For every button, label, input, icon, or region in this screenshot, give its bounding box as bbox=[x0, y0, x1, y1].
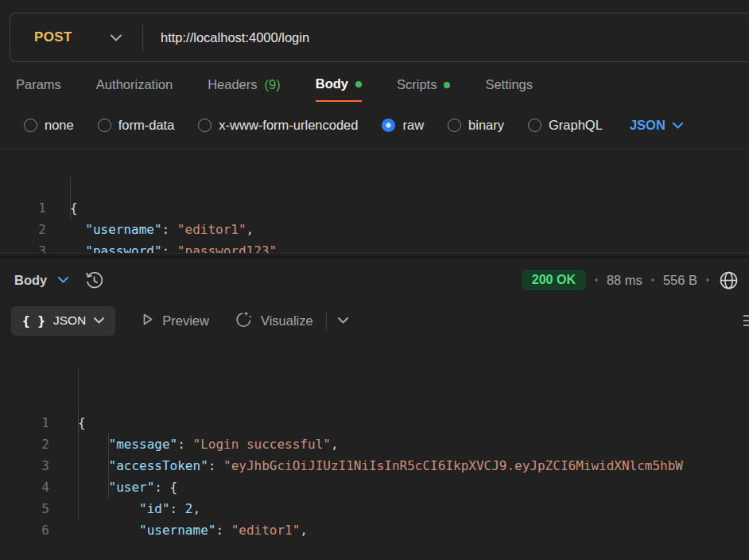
line-number: 3 bbox=[0, 240, 46, 253]
body-type-urlencoded[interactable]: x-www-form-urlencoded bbox=[198, 118, 358, 133]
request-tabs: Params Authorization Headers (9) Body Sc… bbox=[16, 76, 749, 102]
code-text: "id": 2, bbox=[49, 498, 200, 519]
globe-icon[interactable] bbox=[718, 270, 739, 291]
code-line: 1{ bbox=[0, 197, 749, 219]
tab-headers-count: (9) bbox=[265, 77, 281, 92]
preview-button[interactable]: Preview bbox=[141, 313, 209, 329]
url-bar-divider bbox=[142, 23, 143, 52]
response-toolbar: { } JSON Preview Visualize bbox=[0, 300, 749, 341]
tab-body-label: Body bbox=[316, 76, 348, 91]
menu-lines-icon[interactable] bbox=[743, 312, 749, 329]
body-type-none[interactable]: none bbox=[24, 118, 74, 133]
line-number: 5 bbox=[0, 498, 49, 519]
response-format-label: JSON bbox=[53, 313, 86, 328]
tab-scripts-label: Scripts bbox=[397, 77, 437, 92]
indent-guide bbox=[70, 177, 71, 220]
preview-label: Preview bbox=[162, 313, 209, 329]
braces-icon: { } bbox=[22, 313, 45, 329]
code-line: 3 "accessToken": "eyJhbGciOiJIUzI1NiIsIn… bbox=[0, 455, 749, 476]
body-type-binary[interactable]: binary bbox=[448, 118, 504, 133]
url-input[interactable]: http://localhost:4000/login bbox=[161, 30, 309, 45]
response-header: Body 200 OK 88 ms 556 B bbox=[0, 260, 749, 300]
request-url-bar: POST http://localhost:4000/login bbox=[10, 13, 749, 62]
code-line: 6 "username": "editor1", bbox=[0, 519, 749, 541]
separator-dot bbox=[706, 278, 709, 282]
chevron-down-icon bbox=[111, 34, 122, 41]
chevron-down-icon[interactable] bbox=[58, 277, 68, 283]
code-text: "role": "EDITOR" bbox=[49, 541, 262, 545]
response-format-select[interactable]: { } JSON bbox=[11, 306, 115, 336]
tab-settings-label: Settings bbox=[485, 77, 533, 92]
body-type-raw[interactable]: raw bbox=[382, 118, 424, 133]
code-line: 4 "user": { bbox=[0, 476, 749, 498]
line-number: 6 bbox=[0, 519, 49, 541]
body-type-graphql-label: GraphQL bbox=[549, 118, 603, 133]
radio-icon[interactable] bbox=[24, 119, 37, 132]
indent-guide bbox=[78, 369, 79, 519]
code-text: "username": "editor1", bbox=[49, 519, 308, 541]
response-meta: 200 OK 88 ms 556 B bbox=[522, 270, 741, 291]
line-number: 7 bbox=[0, 541, 49, 545]
radio-selected-icon[interactable] bbox=[382, 119, 395, 132]
line-number: 1 bbox=[0, 412, 49, 434]
code-text: "username": "editor1", bbox=[46, 219, 254, 240]
request-body-editor[interactable]: 1{2 "username": "editor1",3 "password": … bbox=[0, 149, 749, 253]
code-line: 1{ bbox=[0, 412, 749, 434]
tab-scripts[interactable]: Scripts bbox=[397, 76, 450, 102]
code-line: 2 "username": "editor1", bbox=[0, 219, 749, 240]
line-number: 2 bbox=[0, 434, 49, 455]
radio-icon[interactable] bbox=[448, 119, 461, 132]
tab-settings[interactable]: Settings bbox=[485, 76, 533, 102]
line-number: 2 bbox=[0, 219, 46, 240]
line-number: 3 bbox=[0, 455, 49, 476]
tab-body-dot-icon bbox=[355, 81, 362, 88]
separator-dot bbox=[595, 278, 598, 282]
body-type-row: none form-data x-www-form-urlencoded raw… bbox=[0, 102, 749, 149]
code-line: 2 "message": "Login successful", bbox=[0, 434, 749, 455]
method-selector[interactable]: POST bbox=[10, 29, 142, 45]
body-type-form-data-label: form-data bbox=[118, 118, 175, 133]
radio-icon[interactable] bbox=[528, 119, 541, 132]
separator-dot bbox=[651, 278, 654, 282]
radio-icon[interactable] bbox=[98, 119, 111, 132]
code-text: "accessToken": "eyJhbGciOiJIUzI1NiIsInR5… bbox=[49, 455, 683, 476]
code-text: "message": "Login successful", bbox=[49, 434, 339, 455]
response-time[interactable]: 88 ms bbox=[607, 273, 642, 288]
radio-icon[interactable] bbox=[198, 119, 212, 132]
play-icon bbox=[141, 313, 154, 329]
code-line: 5 "id": 2, bbox=[0, 498, 749, 519]
method-label: POST bbox=[34, 29, 72, 45]
code-line: 3 "password": "password123" bbox=[0, 240, 749, 253]
tab-body[interactable]: Body bbox=[316, 76, 362, 102]
tab-scripts-dot-icon bbox=[444, 82, 450, 88]
body-type-none-label: none bbox=[45, 118, 74, 133]
raw-language-label: JSON bbox=[630, 118, 666, 133]
code-text: { bbox=[46, 197, 78, 219]
visualize-button[interactable]: Visualize bbox=[235, 310, 313, 332]
tab-authorization-label: Authorization bbox=[96, 77, 173, 92]
section-divider bbox=[0, 253, 749, 260]
tab-params[interactable]: Params bbox=[16, 76, 61, 102]
tab-headers[interactable]: Headers (9) bbox=[208, 76, 281, 102]
tab-authorization[interactable]: Authorization bbox=[96, 76, 173, 102]
visualize-label: Visualize bbox=[261, 313, 313, 329]
response-view-select[interactable]: Body bbox=[14, 273, 47, 288]
sparkle-icon bbox=[235, 310, 253, 332]
code-line: 7 "role": "EDITOR" bbox=[0, 541, 749, 545]
line-number: 4 bbox=[0, 476, 49, 498]
status-badge[interactable]: 200 OK bbox=[522, 270, 586, 290]
body-type-form-data[interactable]: form-data bbox=[98, 118, 175, 133]
chevron-down-icon bbox=[673, 122, 683, 129]
body-type-raw-label: raw bbox=[402, 118, 424, 133]
code-text: "password": "password123" bbox=[46, 240, 277, 253]
response-body-editor[interactable]: 1{2 "message": "Login successful",3 "acc… bbox=[0, 341, 749, 545]
line-number: 1 bbox=[0, 197, 46, 219]
history-icon[interactable] bbox=[84, 270, 104, 290]
raw-language-select[interactable]: JSON bbox=[630, 118, 683, 133]
response-size[interactable]: 556 B bbox=[663, 273, 697, 288]
body-type-graphql[interactable]: GraphQL bbox=[528, 118, 603, 133]
tab-params-label: Params bbox=[16, 77, 61, 92]
chevron-down-icon bbox=[94, 317, 104, 324]
code-text: "user": { bbox=[49, 476, 177, 498]
chevron-down-icon[interactable] bbox=[338, 317, 348, 324]
